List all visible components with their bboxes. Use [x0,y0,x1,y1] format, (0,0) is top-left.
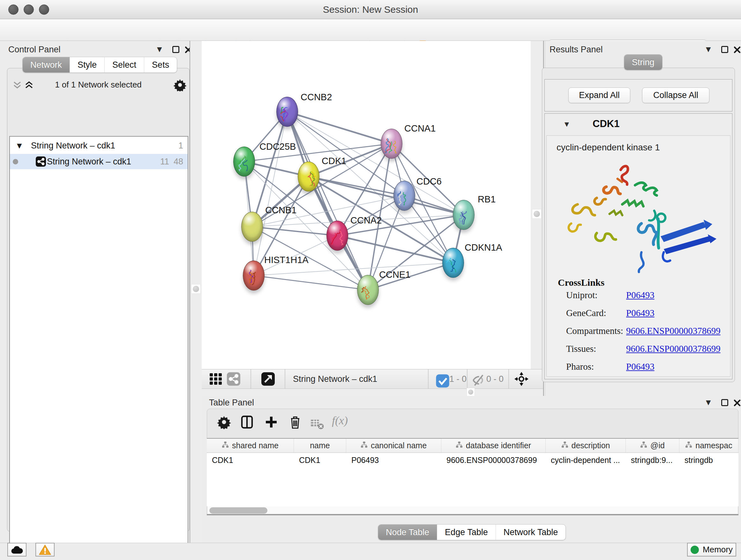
sitemap-icon [640,441,647,450]
maximize-panel-icon[interactable] [172,46,179,54]
tab-node-table[interactable]: Node Table [378,524,437,540]
crosslink-compartments-link[interactable]: 9606.ENSP00000378699 [626,326,721,336]
node-CCNB1[interactable] [241,212,263,242]
horizontal-splitter-handle[interactable] [467,388,475,396]
warning-status-button[interactable] [36,543,55,557]
titlebar: Session: New Session [0,0,741,19]
table-cell[interactable]: stringdb:9... [626,453,679,467]
table-gear-icon[interactable] [217,415,231,429]
table-cell[interactable]: CDK1 [207,453,294,467]
viewbar-separator [428,369,428,388]
main-toolbar: ? [0,19,741,41]
tab-sets[interactable]: Sets [144,57,177,72]
left-splitter-handle[interactable] [191,284,201,294]
memory-status-dot [690,546,699,554]
network-count: 1 [179,138,183,153]
show-columns-icon[interactable] [240,415,254,429]
node-label-CCNA2: CCNA2 [350,215,382,226]
column-header-description[interactable]: description [546,439,626,452]
delete-column-icon[interactable] [288,415,302,429]
node-CDC25B[interactable] [233,146,255,177]
table-cell[interactable]: stringdb [679,453,738,467]
close-panel-icon[interactable] [733,399,741,407]
function-builder-icon: f(x) [332,414,348,427]
window-title: Session: New Session [0,0,741,19]
hidden-eye-slash-icon [471,373,483,385]
center-view-crosshair-icon[interactable] [515,372,529,386]
table-cell[interactable]: cyclin-dependent ... [546,453,626,467]
selected-nodes-checkbox-icon[interactable] [435,374,446,384]
crosslink-uniprot-link[interactable]: P06493 [626,290,655,300]
tab-edge-table[interactable]: Edge Table [437,524,495,540]
hidden-count: 0 - 0 [486,369,503,388]
popout-view-icon[interactable] [261,372,275,386]
crosslinks-list: Uniprot:P06493GeneCard:P06493Compartment… [566,290,726,382]
table-row[interactable]: CDK1CDK1P064939606.ENSP00000378699cyclin… [207,453,738,467]
right-splitter[interactable] [531,41,543,369]
network-canvas[interactable]: CCNB2CCNA1CDC25BCDK1CDC6RB1CCNB1CCNA2CDK… [202,41,531,369]
maximize-panel-icon[interactable] [721,399,728,408]
network-view-title: String Network – cdk1 [293,369,377,388]
node-RB1[interactable] [453,200,475,230]
node-CCNB2[interactable] [276,97,298,127]
crosslink-genecard-link[interactable]: P06493 [626,308,655,318]
crosslink-tissues-link[interactable]: 9606.ENSP00000378699 [626,344,721,354]
crosslink-label: GeneCard: [566,308,606,318]
expand-all-button[interactable]: Expand All [568,87,630,103]
float-panel-icon[interactable]: ▼ [706,45,711,53]
node-CCNE1[interactable] [357,275,379,305]
tab-string[interactable]: String [624,55,662,70]
memory-button[interactable]: Memory [687,543,736,557]
maximize-panel-icon[interactable] [721,46,728,54]
column-header-database-identifier[interactable]: database identifier [441,439,546,452]
float-panel-icon[interactable]: ▼ [706,398,711,406]
network-options-gear-icon[interactable] [174,78,186,91]
table-cell[interactable]: 9606.ENSP00000378699 [441,453,546,467]
node-label-CDC6: CDC6 [416,176,442,187]
control-panel: Control Panel ▼ NetworkStyleSelectSets 1… [0,41,202,543]
table-cell[interactable]: P06493 [346,453,441,467]
float-panel-icon[interactable]: ▼ [157,45,162,53]
column-header-namespac[interactable]: namespac [679,439,738,452]
viewbar-separator [251,369,251,388]
table-cell[interactable]: CDK1 [294,453,346,467]
left-splitter[interactable] [190,41,202,543]
crosslink-pharos-link[interactable]: P06493 [626,361,655,372]
node-label-CDC25B: CDC25B [259,141,296,152]
protein-structure-image [558,157,718,274]
tab-network[interactable]: Network [23,57,70,72]
column-header-shared-name[interactable]: shared name [207,439,294,452]
tab-style[interactable]: Style [70,57,105,72]
add-column-icon[interactable] [264,415,278,429]
node-HIST1H1A[interactable] [243,260,265,291]
expand-node-icon[interactable]: ▼ [17,138,22,153]
viewbar-separator [285,369,285,388]
node-CCNA1[interactable] [381,129,402,159]
collapse-entry-icon[interactable]: ▼ [564,121,569,127]
horizontal-splitter[interactable] [202,389,543,396]
birdseye-grid-icon[interactable] [209,372,223,386]
right-splitter-handle[interactable] [532,209,542,219]
column-header-@id[interactable]: @id [626,439,679,452]
node-CDKN1A[interactable] [442,248,464,278]
table-hscrollbar[interactable] [207,506,738,515]
node-CDC6[interactable] [394,181,415,211]
table-hscrollbar-thumb[interactable] [209,507,267,514]
cloud-status-button[interactable] [7,543,26,557]
network-overview-share-icon[interactable] [226,372,241,386]
network-count: 48 [174,154,183,169]
collapse-all-button[interactable]: Collapse All [642,87,710,103]
table-header-row: shared namenamecanonical namedatabase id… [207,438,738,453]
column-header-canonical-name[interactable]: canonical name [346,439,441,452]
tab-select[interactable]: Select [105,57,144,72]
network-tree-row[interactable]: ▼String Network – cdk11 [10,138,188,153]
tab-network-table[interactable]: Network Table [495,524,566,540]
network-collection-label: String Network – cdk1 [31,138,115,153]
close-panel-icon[interactable] [733,46,741,54]
network-tree-row[interactable]: String Network – cdk14811 [10,154,188,169]
results-tabs: String [624,54,663,70]
node-CCNA2[interactable] [327,221,348,251]
node-CDK1[interactable] [298,162,320,192]
column-header-name[interactable]: name [294,439,346,452]
entry-name: CDK1 [593,118,619,130]
